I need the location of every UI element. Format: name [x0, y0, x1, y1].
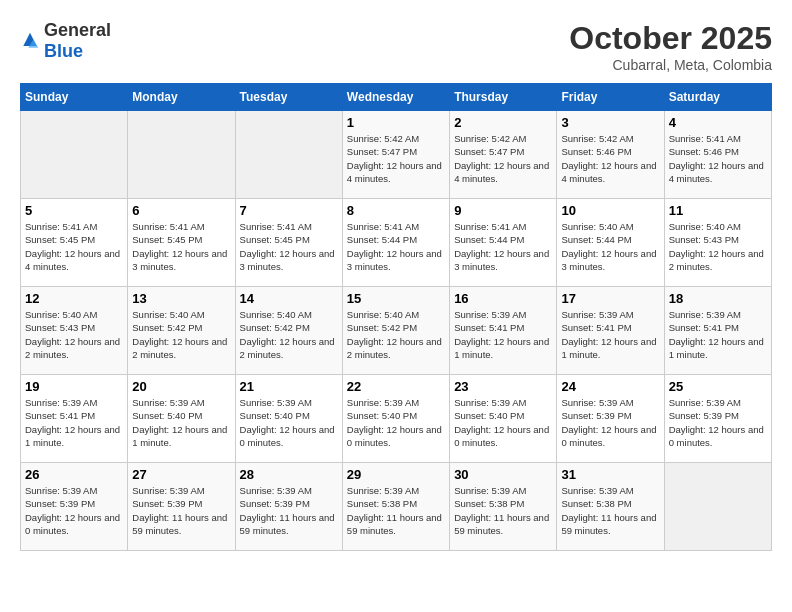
day-number: 28 [240, 467, 338, 482]
day-number: 3 [561, 115, 659, 130]
title-block: October 2025 Cubarral, Meta, Colombia [569, 20, 772, 73]
day-info: Sunrise: 5:39 AM Sunset: 5:39 PM Dayligh… [25, 484, 123, 537]
day-info: Sunrise: 5:41 AM Sunset: 5:45 PM Dayligh… [25, 220, 123, 273]
day-number: 15 [347, 291, 445, 306]
month-title: October 2025 [569, 20, 772, 57]
day-number: 24 [561, 379, 659, 394]
calendar-cell: 31Sunrise: 5:39 AM Sunset: 5:38 PM Dayli… [557, 463, 664, 551]
weekday-header-saturday: Saturday [664, 84, 771, 111]
calendar-week-row: 12Sunrise: 5:40 AM Sunset: 5:43 PM Dayli… [21, 287, 772, 375]
day-number: 5 [25, 203, 123, 218]
day-info: Sunrise: 5:40 AM Sunset: 5:42 PM Dayligh… [240, 308, 338, 361]
day-info: Sunrise: 5:39 AM Sunset: 5:41 PM Dayligh… [561, 308, 659, 361]
day-info: Sunrise: 5:40 AM Sunset: 5:43 PM Dayligh… [669, 220, 767, 273]
day-number: 23 [454, 379, 552, 394]
calendar-cell: 11Sunrise: 5:40 AM Sunset: 5:43 PM Dayli… [664, 199, 771, 287]
day-number: 7 [240, 203, 338, 218]
day-info: Sunrise: 5:39 AM Sunset: 5:40 PM Dayligh… [347, 396, 445, 449]
calendar-cell: 26Sunrise: 5:39 AM Sunset: 5:39 PM Dayli… [21, 463, 128, 551]
day-number: 21 [240, 379, 338, 394]
calendar-cell: 28Sunrise: 5:39 AM Sunset: 5:39 PM Dayli… [235, 463, 342, 551]
day-info: Sunrise: 5:41 AM Sunset: 5:46 PM Dayligh… [669, 132, 767, 185]
calendar-cell: 18Sunrise: 5:39 AM Sunset: 5:41 PM Dayli… [664, 287, 771, 375]
day-number: 8 [347, 203, 445, 218]
logo-general-text: General [44, 20, 111, 40]
calendar-cell: 21Sunrise: 5:39 AM Sunset: 5:40 PM Dayli… [235, 375, 342, 463]
day-number: 27 [132, 467, 230, 482]
calendar-cell: 14Sunrise: 5:40 AM Sunset: 5:42 PM Dayli… [235, 287, 342, 375]
day-number: 22 [347, 379, 445, 394]
day-info: Sunrise: 5:39 AM Sunset: 5:39 PM Dayligh… [240, 484, 338, 537]
calendar-week-row: 5Sunrise: 5:41 AM Sunset: 5:45 PM Daylig… [21, 199, 772, 287]
logo-icon [20, 31, 40, 51]
day-number: 6 [132, 203, 230, 218]
calendar-cell: 12Sunrise: 5:40 AM Sunset: 5:43 PM Dayli… [21, 287, 128, 375]
calendar-week-row: 1Sunrise: 5:42 AM Sunset: 5:47 PM Daylig… [21, 111, 772, 199]
day-info: Sunrise: 5:41 AM Sunset: 5:45 PM Dayligh… [132, 220, 230, 273]
day-info: Sunrise: 5:39 AM Sunset: 5:39 PM Dayligh… [132, 484, 230, 537]
day-info: Sunrise: 5:42 AM Sunset: 5:46 PM Dayligh… [561, 132, 659, 185]
day-info: Sunrise: 5:39 AM Sunset: 5:40 PM Dayligh… [454, 396, 552, 449]
calendar-cell: 25Sunrise: 5:39 AM Sunset: 5:39 PM Dayli… [664, 375, 771, 463]
calendar-cell: 27Sunrise: 5:39 AM Sunset: 5:39 PM Dayli… [128, 463, 235, 551]
calendar-cell: 9Sunrise: 5:41 AM Sunset: 5:44 PM Daylig… [450, 199, 557, 287]
day-number: 2 [454, 115, 552, 130]
calendar-cell: 5Sunrise: 5:41 AM Sunset: 5:45 PM Daylig… [21, 199, 128, 287]
day-info: Sunrise: 5:39 AM Sunset: 5:38 PM Dayligh… [347, 484, 445, 537]
calendar-cell: 17Sunrise: 5:39 AM Sunset: 5:41 PM Dayli… [557, 287, 664, 375]
calendar-cell: 10Sunrise: 5:40 AM Sunset: 5:44 PM Dayli… [557, 199, 664, 287]
calendar-cell: 24Sunrise: 5:39 AM Sunset: 5:39 PM Dayli… [557, 375, 664, 463]
weekday-header-wednesday: Wednesday [342, 84, 449, 111]
calendar-cell [664, 463, 771, 551]
day-number: 12 [25, 291, 123, 306]
calendar-table: SundayMondayTuesdayWednesdayThursdayFrid… [20, 83, 772, 551]
day-number: 26 [25, 467, 123, 482]
day-info: Sunrise: 5:39 AM Sunset: 5:41 PM Dayligh… [25, 396, 123, 449]
calendar-cell: 3Sunrise: 5:42 AM Sunset: 5:46 PM Daylig… [557, 111, 664, 199]
day-number: 10 [561, 203, 659, 218]
day-number: 16 [454, 291, 552, 306]
weekday-header-thursday: Thursday [450, 84, 557, 111]
day-info: Sunrise: 5:39 AM Sunset: 5:40 PM Dayligh… [240, 396, 338, 449]
day-info: Sunrise: 5:41 AM Sunset: 5:44 PM Dayligh… [454, 220, 552, 273]
calendar-cell [21, 111, 128, 199]
day-info: Sunrise: 5:39 AM Sunset: 5:38 PM Dayligh… [454, 484, 552, 537]
weekday-header-tuesday: Tuesday [235, 84, 342, 111]
location-text: Cubarral, Meta, Colombia [569, 57, 772, 73]
calendar-cell: 6Sunrise: 5:41 AM Sunset: 5:45 PM Daylig… [128, 199, 235, 287]
weekday-header-sunday: Sunday [21, 84, 128, 111]
calendar-week-row: 19Sunrise: 5:39 AM Sunset: 5:41 PM Dayli… [21, 375, 772, 463]
calendar-cell [128, 111, 235, 199]
calendar-cell: 15Sunrise: 5:40 AM Sunset: 5:42 PM Dayli… [342, 287, 449, 375]
day-info: Sunrise: 5:39 AM Sunset: 5:40 PM Dayligh… [132, 396, 230, 449]
day-number: 25 [669, 379, 767, 394]
calendar-cell: 20Sunrise: 5:39 AM Sunset: 5:40 PM Dayli… [128, 375, 235, 463]
calendar-cell: 23Sunrise: 5:39 AM Sunset: 5:40 PM Dayli… [450, 375, 557, 463]
logo-blue-text: Blue [44, 41, 83, 61]
logo: General Blue [20, 20, 111, 62]
day-number: 9 [454, 203, 552, 218]
page-header: General Blue October 2025 Cubarral, Meta… [20, 20, 772, 73]
day-info: Sunrise: 5:41 AM Sunset: 5:44 PM Dayligh… [347, 220, 445, 273]
day-info: Sunrise: 5:42 AM Sunset: 5:47 PM Dayligh… [347, 132, 445, 185]
day-number: 20 [132, 379, 230, 394]
day-info: Sunrise: 5:39 AM Sunset: 5:41 PM Dayligh… [454, 308, 552, 361]
day-info: Sunrise: 5:40 AM Sunset: 5:42 PM Dayligh… [347, 308, 445, 361]
day-number: 14 [240, 291, 338, 306]
weekday-header-friday: Friday [557, 84, 664, 111]
day-info: Sunrise: 5:39 AM Sunset: 5:38 PM Dayligh… [561, 484, 659, 537]
day-number: 29 [347, 467, 445, 482]
day-info: Sunrise: 5:39 AM Sunset: 5:39 PM Dayligh… [561, 396, 659, 449]
day-number: 19 [25, 379, 123, 394]
calendar-cell: 8Sunrise: 5:41 AM Sunset: 5:44 PM Daylig… [342, 199, 449, 287]
day-number: 17 [561, 291, 659, 306]
day-info: Sunrise: 5:42 AM Sunset: 5:47 PM Dayligh… [454, 132, 552, 185]
day-number: 18 [669, 291, 767, 306]
day-number: 1 [347, 115, 445, 130]
calendar-cell: 30Sunrise: 5:39 AM Sunset: 5:38 PM Dayli… [450, 463, 557, 551]
calendar-cell: 19Sunrise: 5:39 AM Sunset: 5:41 PM Dayli… [21, 375, 128, 463]
calendar-cell: 2Sunrise: 5:42 AM Sunset: 5:47 PM Daylig… [450, 111, 557, 199]
calendar-cell: 16Sunrise: 5:39 AM Sunset: 5:41 PM Dayli… [450, 287, 557, 375]
day-info: Sunrise: 5:40 AM Sunset: 5:44 PM Dayligh… [561, 220, 659, 273]
calendar-cell: 29Sunrise: 5:39 AM Sunset: 5:38 PM Dayli… [342, 463, 449, 551]
